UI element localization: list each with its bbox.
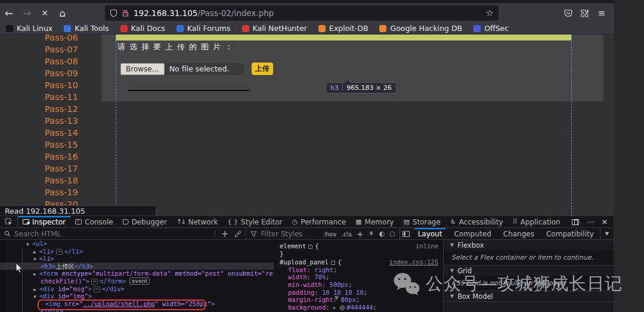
home-button[interactable]: ⌂ (54, 5, 72, 21)
event-badge[interactable]: event (129, 277, 150, 285)
filter-styles-input[interactable]: Filter Styles (261, 230, 302, 238)
forward-button[interactable]: → (18, 5, 36, 21)
devtools-options-icon[interactable]: ⋯ (587, 218, 594, 226)
layout-section-box-model[interactable]: ▼ Box Model (444, 291, 614, 301)
pocket-icon[interactable] (564, 9, 572, 17)
markup-line[interactable]: ▶ <div id="msg">⋯</div> (0, 285, 274, 293)
url-text[interactable]: 192.168.31.105/Pass-02/index.php (134, 8, 482, 18)
search-html-input[interactable]: Search HTML (14, 230, 61, 238)
devtools-tab-application[interactable]: ⠿ Application (508, 216, 565, 227)
shield-icon[interactable] (110, 9, 117, 17)
sidebar-pass-link[interactable]: Pass-08 (45, 55, 78, 67)
sidebar-pass-link[interactable]: Pass-12 (45, 103, 78, 115)
css-property[interactable]: margin-right: 80px; (274, 296, 443, 304)
sidebar-pass-link[interactable]: Pass-10 (45, 79, 78, 91)
layout-section-grid[interactable]: ▼ Grid (444, 266, 614, 276)
file-input-status[interactable]: No file selected. (165, 63, 244, 75)
devtools-tab-debugger[interactable]: Debugger (118, 216, 172, 227)
inline-style-rule[interactable]: element{ inline (274, 242, 443, 250)
sidebar-pass-link[interactable]: Pass-14 (45, 127, 78, 139)
pseudo-class-button[interactable]: :hov (323, 230, 337, 238)
devtools-tab-console[interactable]: Console (70, 216, 118, 227)
sidebar-pass-link[interactable]: Pass-16 (45, 151, 78, 163)
bookmark-item[interactable]: Kali Forums (177, 24, 231, 33)
layout-section: ▼ Box Model (444, 291, 614, 302)
css-property[interactable]: background: ▶ #444444; (274, 304, 443, 311)
bookmark-star-icon[interactable]: ☆ (486, 8, 494, 18)
add-rule-button[interactable]: + (357, 229, 364, 239)
css-property[interactable]: width: 78%; (274, 273, 443, 281)
devtools-tab-icon: ▤ (403, 219, 409, 225)
markup-line[interactable]: checkFile()">⋯</form>event (0, 277, 274, 285)
css-property[interactable]: min-width: 500px; (274, 281, 443, 289)
sidebar-pass-link[interactable]: Pass-13 (45, 115, 78, 127)
devtools-tab-icon (123, 219, 129, 224)
sidebar-tab-compatibility[interactable]: Compatibility (540, 228, 600, 239)
expand-arrow-icon[interactable]: ▶ (333, 305, 338, 310)
devtools-tab-style-editor[interactable]: { } Style Editor (223, 216, 287, 227)
stop-button[interactable]: ✕ (36, 5, 54, 21)
devtools-tab-network[interactable]: ↑↓ Network (172, 216, 223, 227)
back-button[interactable]: ← (0, 5, 18, 21)
upload-button[interactable]: 上传 (252, 63, 273, 75)
sidebar-tab-computed[interactable]: Computed (448, 228, 497, 239)
bookmark-item[interactable]: Kali Linux (6, 24, 52, 33)
insecure-lock-icon[interactable] (122, 9, 129, 17)
bookmark-item[interactable]: Kali NetHunter (242, 24, 307, 33)
devtools-close-icon[interactable]: ✕ (602, 218, 608, 226)
sidebar-pass-link[interactable]: Pass-19 (45, 186, 78, 198)
devtools-tab-storage[interactable]: ▤ Storage (398, 216, 445, 227)
markup-line[interactable]: ▼ <div id="img"> (0, 292, 274, 300)
eyedropper-icon[interactable] (234, 230, 242, 238)
css-property[interactable]: padding: 10 10 10 10; (274, 289, 443, 297)
pick-element-button[interactable] (0, 216, 18, 227)
extensions-puzzle-icon[interactable] (581, 9, 589, 17)
markup-line[interactable]: <h3>上传区</h3> (0, 263, 274, 270)
light-theme-icon[interactable]: ☀ (369, 230, 374, 238)
markup-line[interactable]: ▼ <ul> (0, 240, 274, 248)
property-value: 80px (341, 296, 356, 303)
sidebar-tab-layout[interactable]: Layout (412, 228, 448, 239)
menu-hamburger-icon[interactable]: ≡ (597, 8, 605, 18)
css-property[interactable]: float: right; (274, 266, 443, 274)
bookmark-item[interactable]: OffSec (473, 24, 509, 33)
devtools-tab-performance[interactable]: ◷ Performance (287, 216, 351, 227)
chevron-down-icon: ▼ (450, 242, 454, 248)
devtools-tab-inspector[interactable]: Inspector (18, 216, 70, 227)
devtools-tab-accessibility[interactable]: ♿ Accessibility (445, 216, 508, 227)
url-bar[interactable]: 192.168.31.105/Pass-02/index.php ☆ (105, 5, 499, 21)
dark-theme-icon[interactable]: ◐ (379, 230, 385, 238)
browse-button[interactable]: Browse… (120, 63, 165, 75)
sidebar-pass-link[interactable]: Pass-17 (45, 163, 78, 174)
selector-target-icon[interactable] (331, 261, 335, 265)
sidebar-pass-link[interactable]: Pass-06 (45, 35, 78, 43)
stylesheet-link[interactable]: index.css:125 (389, 258, 438, 266)
responsive-mode-icon[interactable] (572, 219, 579, 225)
selector-target-icon[interactable] (308, 245, 312, 249)
markup-line[interactable]: ▶ <li>⋯</li> (0, 248, 274, 255)
color-swatch[interactable] (340, 305, 345, 310)
sidebar-pass-link[interactable]: Pass-11 (45, 91, 78, 103)
bookmark-label: Kali Forums (187, 24, 231, 33)
markup-line[interactable]: ▼ <li> (0, 255, 274, 263)
markup-line[interactable]: ▶ <form enctype="multipart/form-data" me… (0, 270, 274, 277)
sidebar-pass-link[interactable]: Pass-15 (45, 139, 78, 151)
class-toggle-button[interactable]: .cls (341, 230, 352, 238)
sidebar-pass-link[interactable]: Pass-18 (45, 174, 78, 186)
devtools-tab-label: Network (188, 218, 218, 226)
bookmark-item[interactable]: Kali Docs (120, 24, 165, 33)
sidebar-pass-link[interactable]: Pass-07 (45, 43, 78, 55)
sidebar-tab-changes[interactable]: Changes (497, 228, 540, 239)
print-media-icon[interactable]: ▢ (389, 230, 395, 237)
sidebar-pass-link[interactable]: Pass-09 (45, 67, 78, 79)
toggle-panes-icon[interactable] (402, 231, 410, 237)
layout-section-flexbox[interactable]: ▼ Flexbox (444, 240, 614, 250)
devtools-tab-memory[interactable]: ▦ Memory (351, 216, 398, 227)
rules-scroll-indicator[interactable]: ▼ (335, 295, 339, 301)
bookmark-item[interactable]: Kali Tools (64, 24, 109, 33)
all-tabs-dropdown-icon[interactable]: ▼ (600, 228, 614, 239)
bookmark-item[interactable]: Google Hacking DB (379, 24, 462, 33)
create-node-button[interactable]: + (221, 229, 229, 239)
upload-panel-rule[interactable]: #upload_panel{ index.css:125 (274, 258, 443, 266)
bookmark-item[interactable]: Exploit-DB (318, 24, 368, 33)
